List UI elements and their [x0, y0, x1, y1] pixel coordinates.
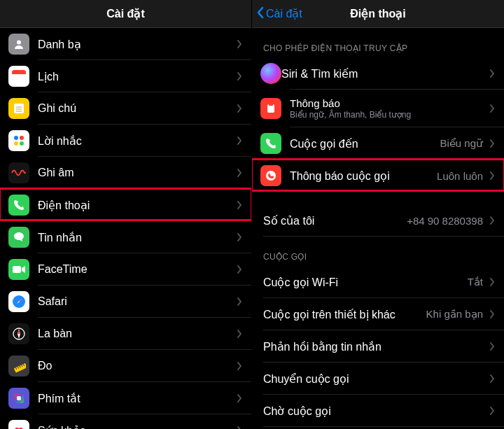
announce-icon: [260, 165, 281, 186]
health-icon: [8, 420, 29, 429]
settings-row-facetime[interactable]: FaceTime: [0, 253, 251, 286]
row-sublabel: Biểu ngữ, Âm thanh, Biểu tượng: [290, 110, 486, 120]
settings-row-voicememo[interactable]: Ghi âm: [0, 157, 251, 189]
settings-row-contacts[interactable]: Danh bạ: [0, 28, 251, 60]
chevron-right-icon: [233, 136, 246, 146]
chevron-right-icon: [486, 374, 498, 384]
settings-row-label: Safari: [38, 295, 233, 308]
row-label: Chờ cuộc gọi: [263, 405, 486, 418]
chevron-right-icon: [233, 168, 246, 178]
reminders-icon: [8, 130, 29, 151]
settings-row-label: Sức khỏe: [38, 424, 233, 430]
chevron-right-icon: [486, 277, 498, 287]
chevron-right-icon: [233, 39, 246, 49]
row-label: Thông báo: [290, 97, 486, 110]
svg-point-9: [20, 136, 24, 140]
notes-icon: [8, 98, 29, 119]
chevron-right-icon: [233, 104, 246, 113]
svg-point-8: [14, 136, 18, 140]
section-header-calls: CUỘC GỌI: [252, 237, 504, 266]
settings-titlebar: Cài đặt: [0, 0, 251, 28]
calls-row-waiting[interactable]: Chờ cuộc gọi: [252, 395, 504, 427]
chevron-right-icon: [233, 426, 246, 429]
settings-row-label: Đo: [38, 360, 233, 372]
settings-row-shortcuts[interactable]: Phím tắt: [0, 382, 251, 414]
facetime-icon: [8, 259, 29, 280]
chevron-right-icon: [233, 265, 246, 274]
calls-row-wifi[interactable]: Cuộc gọi Wi-FiTắt: [252, 266, 504, 298]
row-text: Thông báoBiểu ngữ, Âm thanh, Biểu tượng: [290, 97, 486, 120]
row-label: Cuộc gọi trên thiết bị khác: [263, 308, 426, 321]
settings-row-measure[interactable]: Đo: [0, 350, 251, 382]
settings-row-label: Danh bạ: [38, 38, 233, 51]
allow-row-siri[interactable]: Siri & Tìm kiếm: [252, 57, 504, 90]
svg-rect-23: [17, 396, 21, 400]
back-button[interactable]: Cài đặt: [256, 6, 302, 22]
compass-icon: [8, 323, 29, 344]
settings-row-phone[interactable]: Điện thoại: [0, 189, 251, 221]
my-number-row[interactable]: Số của tôi +84 90 8280398: [252, 204, 504, 237]
messages-icon: [8, 227, 29, 248]
settings-row-label: La bàn: [38, 328, 233, 340]
spacer: [252, 192, 504, 204]
contacts-icon: [8, 34, 29, 55]
phone-icon: [260, 133, 281, 154]
back-label: Cài đặt: [266, 7, 302, 20]
calls-row-other[interactable]: Cuộc gọi trên thiết bị khácKhi gần bạn: [252, 298, 504, 330]
settings-row-label: Lời nhắc: [38, 134, 233, 148]
svg-rect-3: [12, 73, 26, 74]
row-value: Tắt: [468, 276, 483, 288]
svg-rect-4: [14, 104, 24, 113]
row-value: Biểu ngữ: [440, 137, 483, 150]
settings-row-label: Lịch: [38, 70, 233, 83]
settings-row-label: Điện thoại: [38, 199, 233, 212]
voicememo-icon: [8, 162, 29, 183]
allow-access-list: Siri & Tìm kiếmThông báoBiểu ngữ, Âm tha…: [252, 57, 504, 192]
calls-row-respond[interactable]: Phản hồi bằng tin nhắn: [252, 330, 504, 363]
chevron-right-icon: [486, 309, 498, 319]
svg-rect-25: [269, 104, 273, 106]
row-label: Cuộc gọi đến: [290, 137, 440, 150]
chevron-right-icon: [233, 232, 246, 242]
section-header-allow: CHO PHÉP ĐIỆN THOẠI TRUY CẬP: [252, 28, 504, 57]
settings-row-label: Ghi âm: [38, 167, 233, 179]
settings-row-label: Phím tắt: [38, 392, 233, 405]
settings-row-label: Ghi chú: [38, 102, 233, 115]
svg-point-11: [20, 141, 24, 146]
phone-settings-pane: Cài đặt Điện thoại CHO PHÉP ĐIỆN THOẠI T…: [252, 0, 504, 429]
my-number-value: +84 90 8280398: [407, 215, 483, 227]
settings-row-health[interactable]: Sức khỏe: [0, 414, 251, 429]
calls-list: Cuộc gọi Wi-FiTắtCuộc gọi trên thiết bị …: [252, 266, 504, 427]
chevron-right-icon: [233, 71, 246, 81]
calls-row-forward[interactable]: Chuyển cuộc gọi: [252, 363, 504, 395]
chevron-right-icon: [486, 342, 498, 351]
chevron-right-icon: [486, 104, 498, 113]
settings-row-label: FaceTime: [38, 263, 233, 276]
phone-icon: [8, 195, 29, 216]
svg-point-10: [14, 141, 18, 146]
allow-row-incoming[interactable]: Cuộc gọi đếnBiểu ngữ: [252, 127, 504, 160]
settings-row-calendar[interactable]: Lịch: [0, 60, 251, 92]
row-label: Siri & Tìm kiếm: [281, 67, 486, 80]
chevron-right-icon: [486, 69, 498, 78]
row-label: Thông báo cuộc gọi: [290, 169, 437, 183]
allow-row-announce[interactable]: Thông báo cuộc gọiLuôn luôn: [252, 160, 504, 192]
svg-rect-12: [13, 266, 21, 273]
allow-row-notifications[interactable]: Thông báoBiểu ngữ, Âm thanh, Biểu tượng: [252, 90, 504, 127]
settings-row-messages[interactable]: Tin nhắn: [0, 221, 251, 253]
chevron-right-icon: [233, 329, 246, 339]
chevron-right-icon: [233, 297, 246, 307]
row-label: Cuộc gọi Wi-Fi: [263, 276, 468, 289]
siri-icon: [260, 63, 281, 84]
settings-row-compass[interactable]: La bàn: [0, 318, 251, 350]
settings-row-safari[interactable]: Safari: [0, 286, 251, 318]
svg-point-26: [266, 171, 276, 181]
shortcuts-icon: [8, 388, 29, 409]
settings-row-notes[interactable]: Ghi chú: [0, 92, 251, 125]
measure-icon: [8, 356, 29, 377]
chevron-right-icon: [486, 171, 498, 181]
phone-title: Điện thoại: [350, 7, 406, 20]
row-value: Khi gần bạn: [426, 308, 483, 321]
settings-row-reminders[interactable]: Lời nhắc: [0, 125, 251, 157]
calendar-icon: [8, 66, 29, 87]
